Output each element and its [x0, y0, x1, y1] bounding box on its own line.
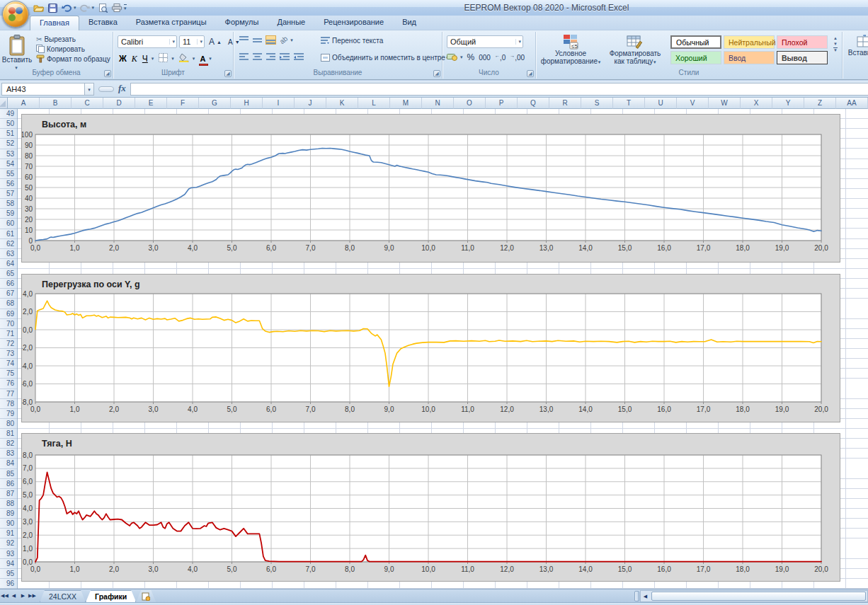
font-dialog-launcher-icon[interactable]: ◢: [224, 70, 232, 77]
column-header-Z[interactable]: Z: [804, 98, 836, 109]
row-header-51[interactable]: 51: [0, 129, 17, 139]
ribbon-tab-1[interactable]: Вставка: [79, 16, 127, 30]
row-header-65[interactable]: 65: [0, 269, 17, 279]
align-top-icon[interactable]: [239, 36, 249, 44]
prev-sheet-icon[interactable]: ◀: [9, 590, 18, 601]
font-color-button[interactable]: А: [200, 56, 205, 62]
column-header-R[interactable]: R: [549, 98, 581, 109]
row-header-90[interactable]: 90: [0, 519, 17, 529]
number-format-combo[interactable]: Общий▾: [447, 35, 523, 48]
first-sheet-icon[interactable]: ◀◀: [0, 590, 9, 601]
row-header-60[interactable]: 60: [0, 219, 17, 229]
column-header-X[interactable]: X: [741, 98, 772, 109]
column-header-Y[interactable]: Y: [772, 98, 804, 109]
row-header-66[interactable]: 66: [0, 279, 17, 289]
conditional-dropdown-icon[interactable]: ▾: [598, 59, 601, 64]
row-header-91[interactable]: 91: [0, 529, 17, 538]
ribbon-tab-4[interactable]: Данные: [268, 16, 314, 30]
increase-decimal-button[interactable]: ←,0: [495, 53, 506, 62]
sheet-tab-24LCXX[interactable]: 24LCXX: [40, 590, 86, 602]
name-box-dropdown-icon[interactable]: ▾: [85, 83, 94, 96]
row-header-75[interactable]: 75: [0, 369, 17, 379]
borders-button[interactable]: [159, 53, 168, 64]
column-header-W[interactable]: W: [709, 98, 741, 109]
column-header-U[interactable]: U: [645, 98, 677, 109]
gallery-scroll-up-icon[interactable]: ▲: [833, 36, 838, 40]
open-icon[interactable]: [33, 2, 44, 13]
wrap-text-button[interactable]: Перенос текста: [319, 36, 385, 45]
paste-button[interactable]: Вставить▾: [3, 35, 31, 71]
align-center-icon[interactable]: [253, 53, 262, 61]
row-header-85[interactable]: 85: [0, 469, 17, 479]
row-header-73[interactable]: 73: [0, 349, 17, 359]
align-middle-icon[interactable]: [253, 36, 262, 44]
print-preview-icon[interactable]: [97, 2, 108, 13]
accounting-format-button[interactable]: [447, 52, 457, 62]
row-header-57[interactable]: 57: [0, 189, 17, 199]
horizontal-scrollbar-thumb[interactable]: [651, 592, 866, 601]
row-header-53[interactable]: 53: [0, 149, 17, 159]
font-name-combo[interactable]: Calibri▾: [118, 35, 177, 48]
column-header-Q[interactable]: Q: [518, 98, 549, 109]
bold-button[interactable]: Ж: [119, 54, 127, 64]
column-header-AA[interactable]: AA: [836, 98, 868, 109]
row-header-83[interactable]: 83: [0, 449, 17, 459]
row-header-64[interactable]: 64: [0, 259, 17, 269]
row-header-67[interactable]: 67: [0, 289, 17, 299]
customize-quick-access-icon[interactable]: ▾: [124, 4, 127, 11]
row-header-72[interactable]: 72: [0, 339, 17, 349]
decrease-decimal-button[interactable]: →,00: [510, 53, 525, 62]
style-swatch-4[interactable]: Ввод: [724, 51, 775, 64]
align-left-icon[interactable]: [239, 53, 249, 61]
column-header-P[interactable]: P: [486, 98, 518, 109]
row-header-54[interactable]: 54: [0, 159, 17, 169]
style-swatch-0[interactable]: Обычный: [670, 35, 721, 49]
row-header-96[interactable]: 96: [0, 579, 17, 589]
save-icon[interactable]: [47, 2, 58, 13]
column-header-M[interactable]: M: [390, 98, 422, 109]
copy-button[interactable]: Копировать: [34, 44, 113, 54]
gallery-expand-icon[interactable]: ▼: [833, 47, 838, 52]
row-header-86[interactable]: 86: [0, 479, 17, 489]
column-header-A[interactable]: A: [8, 98, 40, 109]
comma-style-button[interactable]: 000: [479, 54, 491, 62]
column-header-J[interactable]: J: [295, 98, 326, 109]
undo-icon[interactable]: [61, 2, 72, 13]
font-size-combo[interactable]: 11▾: [179, 35, 205, 48]
redo-icon[interactable]: [79, 2, 91, 13]
row-header-79[interactable]: 79: [0, 409, 17, 419]
style-swatch-3[interactable]: Хороший: [670, 51, 721, 64]
horizontal-scrollbar[interactable]: ◀: [640, 590, 868, 602]
font-color-dropdown-icon[interactable]: ▾: [209, 56, 212, 62]
row-header-61[interactable]: 61: [0, 229, 17, 239]
conditional-formatting-button[interactable]: ≤5 Условноеформатирование ▾: [540, 34, 601, 66]
underline-button[interactable]: Ч: [142, 54, 148, 64]
row-header-50[interactable]: 50: [0, 119, 17, 129]
underline-dropdown-icon[interactable]: ▾: [152, 56, 154, 62]
row-header-77[interactable]: 77: [0, 389, 17, 399]
column-header-F[interactable]: F: [167, 98, 199, 109]
print-icon[interactable]: [111, 2, 122, 13]
format-painter-button[interactable]: Формат по образцу: [34, 54, 113, 64]
insert-function-button[interactable]: fx: [118, 83, 130, 96]
ribbon-tab-0[interactable]: Главная: [30, 16, 79, 30]
row-header-82[interactable]: 82: [0, 439, 17, 449]
row-header-94[interactable]: 94: [0, 559, 17, 569]
row-header-56[interactable]: 56: [0, 179, 17, 189]
sheet-tab-Графики[interactable]: Графики: [86, 590, 136, 602]
row-header-58[interactable]: 58: [0, 199, 17, 209]
chart-1[interactable]: 01020304050607080901000,01,02,03,04,05,0…: [21, 114, 840, 263]
fill-color-dropdown-icon[interactable]: ▾: [193, 56, 195, 62]
style-swatch-1[interactable]: Нейтральный: [724, 35, 775, 49]
accounting-dropdown-icon[interactable]: ▾: [460, 54, 463, 60]
borders-dropdown-icon[interactable]: ▾: [171, 56, 174, 62]
column-header-K[interactable]: K: [326, 98, 358, 109]
sheet-grid[interactable]: 01020304050607080901000,01,02,03,04,05,0…: [18, 109, 868, 589]
row-header-95[interactable]: 95: [0, 569, 17, 579]
last-sheet-icon[interactable]: ▶▶: [28, 590, 37, 601]
row-header-93[interactable]: 93: [0, 549, 17, 559]
column-header-T[interactable]: T: [613, 98, 645, 109]
align-bottom-icon[interactable]: [266, 36, 275, 44]
number-dialog-launcher-icon[interactable]: ◢: [527, 70, 534, 77]
column-header-C[interactable]: C: [72, 98, 103, 109]
